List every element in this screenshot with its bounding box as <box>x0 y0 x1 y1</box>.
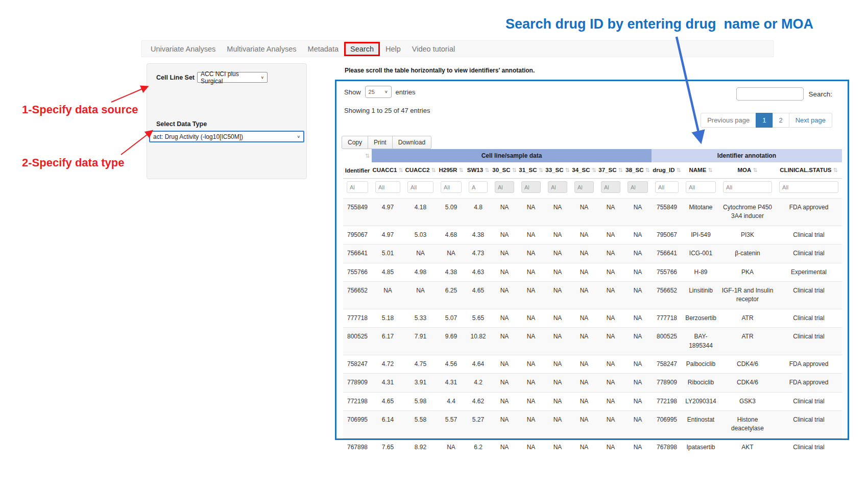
column-label: 31_SC <box>519 167 537 173</box>
cell-drug-id: 706995 <box>652 411 682 438</box>
cell-drug-id: 800525 <box>652 328 682 355</box>
cell-name: Mitotane <box>682 199 719 226</box>
table-row[interactable]: 7789094.313.914.314.2NANANANANANA778909R… <box>343 374 842 392</box>
filter-cell <box>682 179 719 199</box>
cell-identifier: 758247 <box>343 355 372 373</box>
nav-item-help[interactable]: Help <box>380 42 406 56</box>
column-header-drug-id[interactable]: drug_ID⇅ <box>652 162 682 179</box>
filter-input-sw13[interactable] <box>469 181 488 193</box>
data-type-select[interactable]: act: Drug Activity (-log10[IC50M]) ∨ <box>149 131 304 142</box>
cell-clinical-status: Clinical trial <box>776 328 842 355</box>
filter-input-name[interactable] <box>686 181 716 193</box>
column-header-30-sc[interactable]: 30_SC⇅ <box>491 162 518 179</box>
table-row[interactable]: 7557664.854.984.384.63NANANANANANA755766… <box>343 263 842 281</box>
cell-33-sc: NA <box>544 309 571 327</box>
table-row[interactable]: 7566415.01NANA4.73NANANANANANA756641ICG-… <box>343 245 842 263</box>
sort-icon: ⇅ <box>398 167 403 173</box>
cell-clinical-status: FDA approved <box>776 355 842 373</box>
filter-input-identifier[interactable] <box>347 181 368 193</box>
column-header-h295r[interactable]: H295R⇅ <box>437 162 465 179</box>
column-header-sw13[interactable]: SW13⇅ <box>465 162 491 179</box>
column-label: 34_SC <box>572 167 590 173</box>
column-header-moa[interactable]: MOA⇅ <box>719 162 776 179</box>
entries-label: entries <box>396 88 416 96</box>
cell-line-set-select[interactable]: ACC NCI plus Surgical ∨ <box>197 72 268 83</box>
copy-button[interactable]: Copy <box>342 136 368 149</box>
cell-clinical-status: Experimental <box>776 263 842 281</box>
column-header-33-sc[interactable]: 33_SC⇅ <box>544 162 571 179</box>
column-header-name[interactable]: NAME⇅ <box>682 162 719 179</box>
table-row[interactable]: 7582474.724.754.564.64NANANANANANA758247… <box>343 355 842 373</box>
pagination-page-2[interactable]: 2 <box>773 113 789 128</box>
cell-38-sc: NA <box>624 355 652 373</box>
print-button[interactable]: Print <box>368 136 393 149</box>
pagination-page-1[interactable]: 1 <box>756 113 773 128</box>
sort-icon: ⇅ <box>431 167 436 173</box>
nav-item-search[interactable]: Search <box>344 42 380 56</box>
cell-38-sc: NA <box>624 199 652 226</box>
cell-sw13: 10.82 <box>465 328 491 355</box>
cell-30-sc: NA <box>491 309 518 327</box>
cell-31-sc: NA <box>518 374 544 392</box>
pagination: Previous page12Next page <box>701 113 832 128</box>
filter-input-drug-id[interactable] <box>655 181 679 193</box>
cell-drug-id: 755766 <box>652 263 682 281</box>
column-header-34-sc[interactable]: 34_SC⇅ <box>571 162 597 179</box>
table-row[interactable]: 7721984.655.984.44.62NANANANANANA772198L… <box>343 392 842 410</box>
cell-clinical-status: Clinical trial <box>776 309 842 327</box>
nav-item-metadata[interactable]: Metadata <box>302 42 344 56</box>
column-header-clinical-status[interactable]: CLINICAL.STATUS⇅ <box>776 162 842 179</box>
cell-cuacc1: 6.14 <box>372 411 404 438</box>
chevron-down-icon: ∨ <box>260 76 264 80</box>
cell-sw13: 4.73 <box>465 245 491 263</box>
cell-drug-id: 755849 <box>652 199 682 226</box>
sort-icon: ⇅ <box>591 167 596 173</box>
cell-h295r: 4.4 <box>437 392 465 410</box>
cell-moa: ATR <box>719 309 776 327</box>
cell-30-sc: NA <box>491 392 518 410</box>
filter-input-38-sc <box>628 181 648 193</box>
cell-37-sc: NA <box>597 226 624 244</box>
filter-input-cuacc1[interactable] <box>375 181 400 193</box>
nav-item-univariate-analyses[interactable]: Univariate Analyses <box>145 42 221 56</box>
table-row[interactable]: 7950674.975.034.684.38NANANANANANA795067… <box>343 226 842 244</box>
search-input[interactable] <box>736 87 804 101</box>
column-header-cuacc1[interactable]: CUACC1⇅ <box>372 162 404 179</box>
cell-line-set-value: ACC NCI plus Surgical <box>201 70 256 85</box>
column-header-cuacc2[interactable]: CUACC2⇅ <box>404 162 437 179</box>
filter-cell <box>597 179 624 199</box>
search-hint-annotation: Search drug ID by entering drug name or … <box>505 16 813 32</box>
pagination-previous-button[interactable]: Previous page <box>701 113 756 128</box>
column-header-31-sc[interactable]: 31_SC⇅ <box>518 162 544 179</box>
sort-icon: ⇅ <box>645 167 649 173</box>
cell-identifier: 800525 <box>343 328 372 355</box>
filter-input-moa[interactable] <box>723 181 772 193</box>
cell-30-sc: NA <box>491 374 518 392</box>
filter-input-cuacc2[interactable] <box>407 181 433 193</box>
identifier-sort-header[interactable]: ⇅ <box>343 149 372 162</box>
nav-item-video-tutorial[interactable]: Video tutorial <box>406 42 461 56</box>
navbar: Univariate AnalysesMultivariate Analyses… <box>141 40 774 57</box>
table-row[interactable]: 7069956.145.585.575.27NANANANANANA706995… <box>343 411 842 438</box>
filter-input-h295r[interactable] <box>441 181 462 193</box>
filter-input-clinical-status[interactable] <box>779 181 838 193</box>
nav-item-multivariate-analyses[interactable]: Multivariate Analyses <box>221 42 302 56</box>
column-label: 30_SC <box>492 167 510 173</box>
page-length-select[interactable]: 25 ∨ <box>365 86 392 98</box>
cell-identifier: 756641 <box>343 245 372 263</box>
column-header-37-sc[interactable]: 37_SC⇅ <box>597 162 624 179</box>
cell-33-sc: NA <box>544 374 571 392</box>
red-arrow-1 <box>111 87 147 102</box>
table-row[interactable]: 7558494.974.185.094.8NANANANANANA755849M… <box>343 199 842 226</box>
pagination-next-button[interactable]: Next page <box>789 113 832 128</box>
column-header-identifier[interactable]: Identifier <box>343 162 372 179</box>
table-row[interactable]: 756652NANA6.254.65NANANANANANA756652Lins… <box>343 281 842 309</box>
download-button[interactable]: Download <box>392 136 431 149</box>
column-label: CUACC2 <box>405 167 429 173</box>
filter-input-30-sc <box>495 181 514 193</box>
table-row[interactable]: 7678987.658.92NA6.2NANANANANANA767898Ipa… <box>343 438 842 456</box>
table-row[interactable]: 7777185.185.335.075.65NANANANANANA777718… <box>343 309 842 327</box>
column-header-38-sc[interactable]: 38_SC⇅ <box>624 162 652 179</box>
table-row[interactable]: 8005256.177.919.6910.82NANANANANANA80052… <box>343 328 842 355</box>
column-label: H295R <box>439 167 457 173</box>
